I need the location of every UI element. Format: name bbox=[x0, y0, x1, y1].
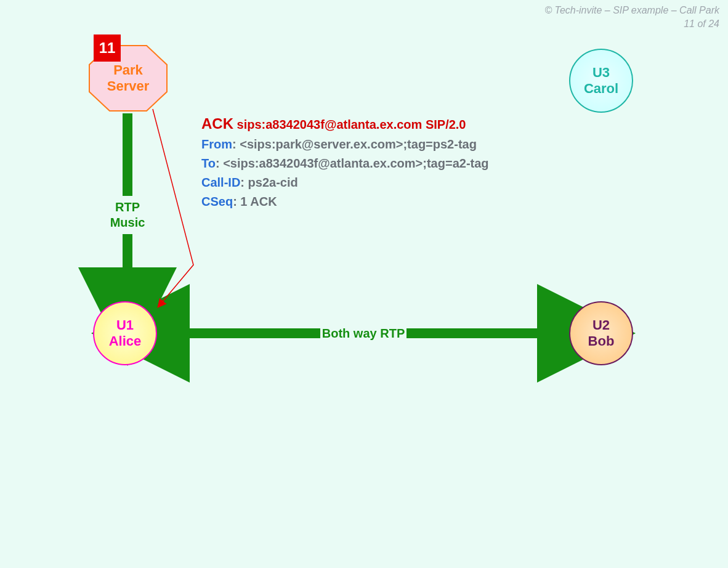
sip-request-line: ACK sips:a8342043f@atlanta.ex.com SIP/2.… bbox=[201, 112, 489, 135]
u3-name: Carol bbox=[584, 81, 618, 96]
sip-callid-value: : ps2a-cid bbox=[240, 176, 297, 189]
sip-callid: Call-ID: ps2a-cid bbox=[201, 173, 489, 192]
u2-name: Bob bbox=[588, 333, 615, 349]
step-number: 11 bbox=[99, 39, 116, 57]
sip-method: ACK bbox=[201, 115, 233, 132]
u3-code: U3 bbox=[593, 65, 610, 80]
sip-to-value: : <sips:a8342043f@atlanta.ex.com>;tag=a2… bbox=[216, 156, 489, 170]
rtp-label-line1: RTP bbox=[115, 200, 140, 214]
sip-request-uri: sips:a8342043f@atlanta.ex.com SIP/2.0 bbox=[237, 118, 466, 131]
node-u3-carol: U3 Carol bbox=[569, 49, 633, 113]
park-server-line1: Park bbox=[113, 62, 143, 78]
sip-cseq-value: : 1 ACK bbox=[233, 195, 277, 208]
sip-from-label: From bbox=[201, 137, 232, 151]
rtp-music-label: RTP Music bbox=[106, 200, 149, 230]
node-u2-bob: U2 Bob bbox=[569, 301, 633, 365]
node-u1-alice: U1 Alice bbox=[93, 301, 157, 365]
sip-to: To: <sips:a8342043f@atlanta.ex.com>;tag=… bbox=[201, 154, 489, 173]
both-way-rtp-text: Both way RTP bbox=[322, 327, 405, 340]
sip-cseq-label: CSeq bbox=[201, 195, 233, 208]
both-way-rtp-label: Both way RTP bbox=[283, 327, 443, 341]
sip-to-label: To bbox=[201, 156, 216, 170]
sip-cseq: CSeq: 1 ACK bbox=[201, 192, 489, 211]
ack-arrow bbox=[153, 109, 193, 303]
rtp-label-line2: Music bbox=[110, 216, 145, 229]
page-counter: 11 of 24 bbox=[544, 17, 719, 31]
u1-code: U1 bbox=[116, 317, 134, 333]
header-copyright: © Tech-invite – SIP example – Call Park … bbox=[544, 4, 719, 30]
sip-from-value: : <sips:park@server.ex.com>;tag=ps2-tag bbox=[232, 137, 477, 151]
sip-callid-label: Call-ID bbox=[201, 176, 240, 189]
u1-name: Alice bbox=[109, 333, 142, 349]
sip-from: From: <sips:park@server.ex.com>;tag=ps2-… bbox=[201, 135, 489, 154]
step-badge: 11 bbox=[94, 34, 121, 62]
sip-message: ACK sips:a8342043f@atlanta.ex.com SIP/2.… bbox=[201, 112, 489, 211]
copyright-line: © Tech-invite – SIP example – Call Park bbox=[544, 4, 719, 17]
park-server-line2: Server bbox=[107, 78, 150, 94]
u2-code: U2 bbox=[593, 317, 610, 333]
